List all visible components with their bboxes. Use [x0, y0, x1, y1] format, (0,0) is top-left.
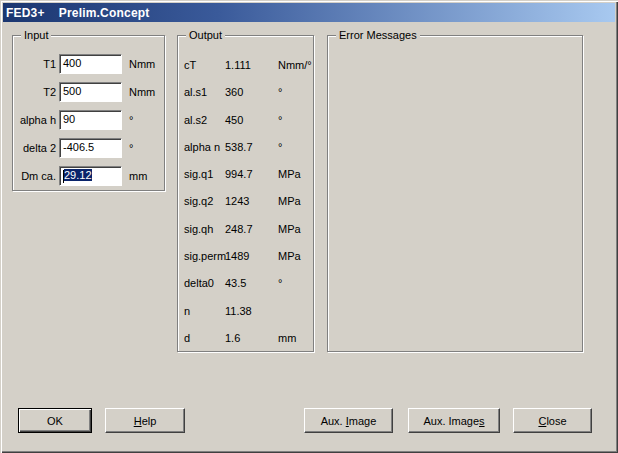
- delta-2-input[interactable]: -406.5: [59, 138, 122, 158]
- dm-ca-input[interactable]: 29.12: [59, 166, 122, 186]
- t2-input[interactable]: 500: [59, 82, 122, 102]
- dm-ca-unit: mm: [129, 170, 147, 182]
- t1-label: T1: [15, 58, 56, 70]
- input-row-alpha-h: alpha h 90 °: [13, 110, 166, 130]
- error-messages-group: Error Messages: [327, 35, 583, 352]
- output-row-sigq2: sig.q2 1243 MPa: [184, 195, 312, 222]
- aux-images-button[interactable]: Aux. Images: [408, 408, 500, 433]
- output-row-sigperm: sig.perm 1489 MPa: [184, 250, 312, 277]
- output-row-n: n 11.38: [184, 305, 312, 332]
- input-row-t1: T1 400 Nmm: [13, 54, 166, 74]
- alpha-h-label: alpha h: [15, 114, 56, 126]
- ok-button[interactable]: OK: [18, 408, 92, 433]
- output-row-ct: cT 1.111 Nmm/°: [184, 59, 312, 86]
- output-group: Output cT 1.111 Nmm/° al.s1 360 ° al.s2 …: [177, 35, 314, 352]
- app-name: FED3+: [6, 6, 45, 20]
- input-row-t2: T2 500 Nmm: [13, 82, 166, 102]
- alpha-h-input[interactable]: 90: [59, 110, 122, 130]
- output-row-sigqh: sig.qh 248.7 MPa: [184, 223, 312, 250]
- alpha-h-unit: °: [129, 114, 133, 126]
- input-group: Input T1 400 Nmm T2 500 Nmm alpha h 90 °…: [12, 35, 165, 191]
- output-rows: cT 1.111 Nmm/° al.s1 360 ° al.s2 450 ° a…: [184, 59, 312, 359]
- input-group-label: Input: [21, 29, 51, 42]
- t2-label: T2: [15, 86, 56, 98]
- help-button[interactable]: Help: [105, 408, 185, 433]
- close-button[interactable]: Close: [513, 408, 592, 433]
- output-group-label: Output: [186, 29, 225, 42]
- output-row-als1: al.s1 360 °: [184, 86, 312, 113]
- delta-2-unit: °: [129, 142, 133, 154]
- output-row-als2: al.s2 450 °: [184, 114, 312, 141]
- delta-2-label: delta 2: [15, 142, 56, 154]
- t1-unit: Nmm: [129, 58, 155, 70]
- t2-unit: Nmm: [129, 86, 155, 98]
- output-row-alpha-n: alpha n 538.7 °: [184, 141, 312, 168]
- error-group-label: Error Messages: [336, 29, 420, 42]
- output-row-sigq1: sig.q1 994.7 MPa: [184, 168, 312, 195]
- title-bar[interactable]: FED3+ Prelim.Concept: [3, 3, 615, 22]
- input-row-delta-2: delta 2 -406.5 °: [13, 138, 166, 158]
- input-row-dm-ca: Dm ca. 29.12 mm: [13, 166, 166, 186]
- aux-image-button[interactable]: Aux. Image: [304, 408, 393, 433]
- dm-ca-label: Dm ca.: [15, 170, 56, 182]
- output-row-delta0: delta0 43.5 °: [184, 277, 312, 304]
- selected-text: 29.12: [64, 169, 92, 181]
- window-title: Prelim.Concept: [59, 6, 150, 20]
- dialog-window: FED3+ Prelim.Concept Input T1 400 Nmm T2…: [0, 0, 618, 453]
- t1-input[interactable]: 400: [59, 54, 122, 74]
- output-row-d: d 1.6 mm: [184, 332, 312, 359]
